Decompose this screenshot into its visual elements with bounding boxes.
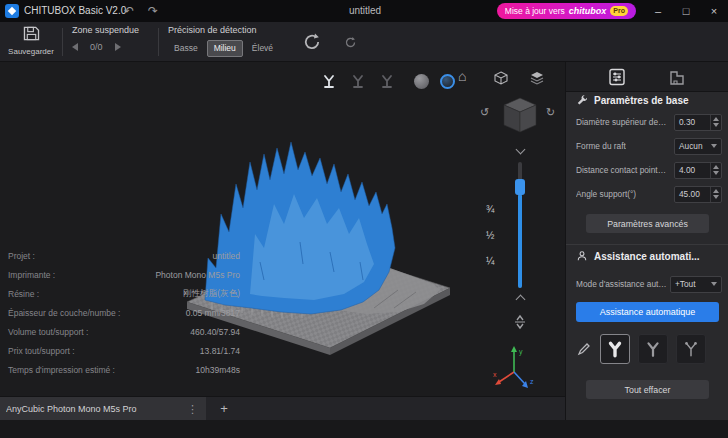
detection-option-high[interactable]: Élevé bbox=[246, 40, 279, 57]
info-label: Imprimante : bbox=[8, 270, 55, 280]
field-value: 4.00 bbox=[675, 165, 710, 175]
info-row-price: Prix tout/support : 13.81/1.74 bbox=[8, 341, 240, 360]
app-title: CHITUBOX Basic V2.0 bbox=[24, 5, 126, 16]
support-type-medium[interactable] bbox=[638, 334, 668, 364]
advanced-params-button[interactable]: Paramètres avancés bbox=[586, 214, 709, 233]
info-value: 460.40/57.94 bbox=[190, 327, 240, 337]
base-params-section-header: Paramètres de base bbox=[576, 94, 689, 106]
support-angle-spinner[interactable]: 45.00 bbox=[674, 186, 722, 203]
save-button[interactable]: Sauvegarder bbox=[8, 26, 54, 56]
spin-up-icon[interactable] bbox=[713, 189, 719, 193]
main-toolbar: Sauvegarder Zone suspendue 0/0 Précision… bbox=[0, 22, 728, 62]
support-view-all-icon[interactable] bbox=[318, 70, 340, 92]
raft-shape-select[interactable]: Aucun bbox=[674, 138, 722, 155]
spin-down-icon[interactable] bbox=[713, 171, 719, 175]
field-label: Forme du raft bbox=[576, 141, 626, 151]
refresh-supports-icon[interactable] bbox=[344, 36, 357, 49]
navigation-cube[interactable] bbox=[498, 94, 542, 138]
axis-gizmo: y x z bbox=[492, 342, 538, 392]
transparent-shading-icon[interactable] bbox=[440, 74, 455, 89]
redo-icon[interactable]: ↷ bbox=[148, 3, 158, 19]
support-type-row bbox=[576, 334, 706, 364]
3d-viewport[interactable]: ⌂ ↺ ↻ ¾ ½ ¼ y x z Pro bbox=[0, 62, 565, 396]
support-type-heavy[interactable] bbox=[600, 334, 630, 364]
undo-icon[interactable]: ↶ bbox=[124, 3, 134, 19]
spinner-arrows bbox=[710, 187, 721, 202]
field-label: Mode d'assistance autom... bbox=[576, 279, 668, 289]
field-row-support-angle: Angle support(°) 45.00 bbox=[576, 184, 722, 204]
support-view-mid-icon[interactable] bbox=[347, 70, 369, 92]
minimize-button[interactable]: – bbox=[644, 0, 672, 22]
info-row-project: Projet : untitled bbox=[8, 246, 240, 265]
assist-mode-select[interactable]: +Tout bbox=[670, 276, 722, 293]
spin-down-icon[interactable] bbox=[713, 195, 719, 199]
info-label: Résine : bbox=[8, 289, 39, 299]
info-row-printer: Imprimante : Photon Mono M5s Pro bbox=[8, 265, 240, 284]
detection-option-medium[interactable]: Milieu bbox=[207, 40, 243, 57]
layers-icon[interactable] bbox=[530, 71, 544, 85]
field-label: Diamètre supérieur de la ... bbox=[576, 117, 668, 127]
printer-tab-bar: AnyCubic Photon Mono M5s Pro ⋮ + bbox=[0, 396, 565, 420]
layer-slider[interactable] bbox=[516, 162, 524, 288]
maximize-button[interactable]: □ bbox=[672, 0, 700, 22]
contact-distance-spinner[interactable]: 4.00 bbox=[674, 162, 722, 179]
right-panel-tabs bbox=[565, 62, 728, 92]
auto-assist-section-header: Assistance automati... bbox=[576, 250, 700, 262]
info-value: 0.05 mm/3817 bbox=[186, 308, 240, 318]
field-label: Angle support(°) bbox=[576, 189, 636, 199]
auto-assist-button[interactable]: Assistance automatique bbox=[576, 302, 719, 322]
tab-printer-icon[interactable] bbox=[668, 68, 686, 86]
shading-mode-toggles bbox=[414, 74, 455, 89]
support-view-raft-icon[interactable] bbox=[376, 70, 398, 92]
kebab-menu-icon[interactable]: ⋮ bbox=[185, 403, 200, 416]
rotate-right-icon[interactable]: ↻ bbox=[546, 106, 555, 119]
spin-down-icon[interactable] bbox=[713, 123, 719, 127]
solid-shading-icon[interactable] bbox=[414, 74, 429, 89]
pro-badge: Pro bbox=[610, 6, 628, 16]
prev-zone-icon[interactable] bbox=[72, 43, 78, 51]
refresh-detection-icon[interactable] bbox=[302, 32, 322, 52]
spin-up-icon[interactable] bbox=[713, 165, 719, 169]
titlebar: CHITUBOX Basic V2.0 ↶ ↷ untitled Mise à … bbox=[0, 0, 728, 22]
dropdown-icon bbox=[711, 282, 717, 286]
slider-handle[interactable] bbox=[515, 179, 525, 195]
field-value: 45.00 bbox=[675, 189, 710, 199]
next-zone-icon[interactable] bbox=[115, 43, 121, 51]
suspended-zone-stepper: 0/0 bbox=[72, 42, 121, 52]
axis-x-label: x bbox=[493, 371, 497, 378]
layer-range-icon[interactable] bbox=[513, 314, 527, 330]
info-value: Photon Mono M5s Pro bbox=[155, 270, 240, 280]
home-view-icon[interactable]: ⌂ bbox=[458, 68, 466, 84]
info-value: 刚性树脂(灰色) bbox=[183, 288, 240, 300]
clear-all-button[interactable]: Tout effacer bbox=[586, 380, 709, 399]
cube-view-icon[interactable] bbox=[494, 71, 508, 85]
panel-divider bbox=[566, 244, 728, 245]
printer-tab[interactable]: AnyCubic Photon Mono M5s Pro ⋮ bbox=[0, 397, 206, 421]
support-view-toggles bbox=[318, 70, 398, 92]
axis-z-label: z bbox=[530, 378, 534, 385]
add-printer-button[interactable]: + bbox=[216, 401, 232, 417]
info-value: 13.81/1.74 bbox=[200, 346, 240, 356]
wrench-icon bbox=[576, 94, 588, 106]
detection-precision-label: Précision de détection bbox=[168, 25, 257, 35]
upgrade-pro-button[interactable]: Mise à jour vers chitubox Pro bbox=[497, 3, 636, 19]
info-row-print-time: Temps d'impression estimé : 10h39m48s bbox=[8, 360, 240, 379]
edit-support-pen-icon[interactable] bbox=[576, 341, 592, 357]
support-type-light[interactable] bbox=[676, 334, 706, 364]
info-row-layer-thickness: Épaisseur de couche/numbe : 0.05 mm/3817 bbox=[8, 303, 240, 322]
spin-up-icon[interactable] bbox=[713, 117, 719, 121]
fraction-three-quarters: ¾ bbox=[486, 204, 494, 215]
info-label: Épaisseur de couche/numbe : bbox=[8, 308, 120, 318]
info-value: 10h39m48s bbox=[196, 365, 240, 375]
tab-support-settings-icon[interactable] bbox=[608, 68, 626, 86]
close-button[interactable]: × bbox=[700, 0, 728, 22]
bottom-strip bbox=[0, 420, 728, 438]
printer-name: AnyCubic Photon Mono M5s Pro bbox=[6, 404, 185, 414]
slider-fill bbox=[518, 194, 522, 288]
field-value: Aucun bbox=[675, 141, 711, 151]
dropdown-icon bbox=[711, 144, 717, 148]
upper-diameter-spinner[interactable]: 0.30 bbox=[674, 114, 722, 131]
info-label: Temps d'impression estimé : bbox=[8, 365, 115, 375]
rotate-left-icon[interactable]: ↺ bbox=[480, 106, 489, 119]
detection-option-low[interactable]: Basse bbox=[168, 40, 204, 57]
